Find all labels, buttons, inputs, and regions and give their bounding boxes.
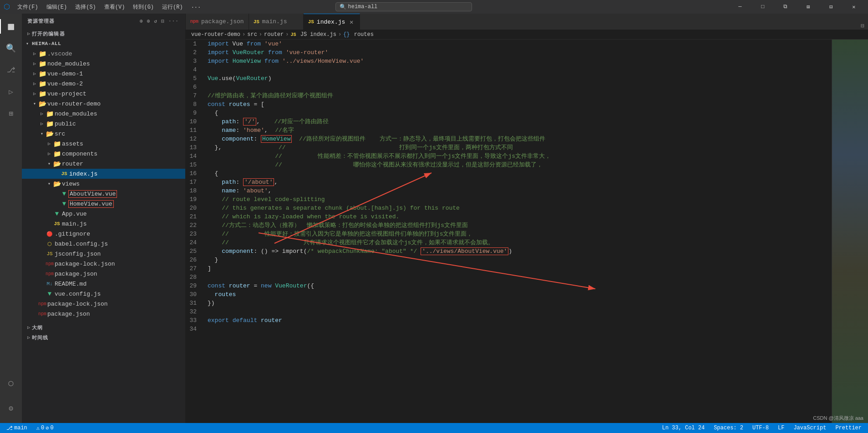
tree-item-vue-router-demo[interactable]: ▾ 📂 vue-router-demo bbox=[22, 99, 185, 109]
tree-item-node-modules[interactable]: ▷ 📁 node_modules bbox=[22, 59, 185, 69]
tree-item-vue-demo-2[interactable]: ▷ 📁 vue-demo-2 bbox=[22, 79, 185, 89]
menu-file[interactable]: 文件(F) bbox=[14, 2, 42, 12]
tree-item-node-modules-2[interactable]: ▷ 📁 node_modules bbox=[22, 109, 185, 119]
folder-arrow-icon: ▷ bbox=[31, 81, 38, 86]
tree-item-src[interactable]: ▾ 📂 src bbox=[22, 129, 185, 139]
activity-run[interactable]: ▷ bbox=[0, 81, 22, 103]
breadcrumb-sep-1: › bbox=[242, 31, 245, 38]
restore-button[interactable]: ⧉ bbox=[775, 0, 796, 14]
tree-item-root-package-lock[interactable]: npm package-lock.json bbox=[22, 299, 185, 309]
tree-item-views[interactable]: ▾ 📂 views bbox=[22, 179, 185, 189]
language-mode[interactable]: JavaScript bbox=[792, 425, 828, 431]
tree-item-components[interactable]: ▷ 📁 components bbox=[22, 149, 185, 159]
new-folder-button[interactable]: ⊕ bbox=[146, 17, 152, 25]
new-file-button[interactable]: ⊕ bbox=[139, 17, 144, 25]
activity-extensions[interactable]: ⊞ bbox=[0, 103, 22, 125]
layout-button[interactable]: ⊞ bbox=[798, 0, 819, 14]
tree-item-gitignore[interactable]: 🔴 .gitignore bbox=[22, 229, 185, 239]
tree-item-readme[interactable]: M↓ README.md bbox=[22, 279, 185, 289]
tree-item-vue-project[interactable]: ▷ 📁 vue-project bbox=[22, 89, 185, 99]
breadcrumb-item-3[interactable]: router bbox=[264, 31, 284, 38]
formatter[interactable]: Prettier bbox=[833, 425, 863, 431]
tree-item-assets[interactable]: ▷ 📁 assets bbox=[22, 139, 185, 149]
tree-item-app-vue[interactable]: ▼ App.vue bbox=[22, 209, 185, 219]
breadcrumb-item-2[interactable]: src bbox=[247, 31, 257, 38]
gitignore-label: .gitignore bbox=[54, 231, 90, 237]
git-icon: ⎇ bbox=[6, 425, 13, 432]
tree-item-jsconfig[interactable]: JS jsconfig.json bbox=[22, 249, 185, 259]
open-editors-section[interactable]: ▷ 打开的编辑器 bbox=[22, 29, 185, 39]
tree-item-vue-config[interactable]: ▼ vue.config.js bbox=[22, 289, 185, 299]
tab-index-js[interactable]: JS index.js ✕ bbox=[304, 14, 360, 30]
tree-item-babel[interactable]: ⬡ babel.config.js bbox=[22, 239, 185, 249]
root-package-label: package.json bbox=[46, 311, 90, 317]
maximize-button[interactable]: □ bbox=[752, 0, 773, 14]
tree-item-index-js[interactable]: JS index.js bbox=[22, 169, 185, 179]
activity-git[interactable]: ⎇ bbox=[0, 59, 22, 81]
tree-item-vscode[interactable]: ▷ 📁 .vscode bbox=[22, 49, 185, 59]
tab-close-button[interactable]: ✕ bbox=[348, 18, 355, 25]
vue-project-label: vue-project bbox=[46, 91, 86, 97]
code-line: }, // 打到同一个js文件里面，两种打包方式不同 bbox=[208, 143, 832, 152]
code-line: component: HomeView //路径所对应的视图组件 方式一：静态导… bbox=[208, 135, 832, 143]
folder-open-icon: 📂 bbox=[46, 130, 54, 138]
code-line: // 性能稍差：不管你视图展示不展示都打入到同一个js文件里面，导致这个js文件… bbox=[208, 152, 832, 161]
folder-open-icon: 📂 bbox=[53, 180, 61, 188]
tab-package-json[interactable]: npm package.json bbox=[186, 14, 249, 30]
tab-main-js[interactable]: JS main.js bbox=[249, 14, 304, 30]
code-line: // route level code-splitting bbox=[208, 195, 832, 204]
sidebar: 资源管理器 ⊕ ⊕ ↺ ⊟ ··· ▷ 打开的编辑器 ▾ HEIMA-ALL bbox=[22, 14, 186, 423]
menu-goto[interactable]: 转到(G) bbox=[129, 2, 157, 12]
activity-explorer[interactable]: ▦ bbox=[0, 15, 22, 37]
index-js-label: index.js bbox=[68, 171, 97, 177]
line-number: 14 bbox=[189, 152, 200, 161]
cursor-position[interactable]: Ln 33, Col 24 bbox=[660, 425, 707, 431]
breadcrumb-item-5[interactable]: {} routes bbox=[343, 31, 374, 38]
tree-item-main-js[interactable]: JS main.js bbox=[22, 219, 185, 229]
tree-item-root-package[interactable]: npm package.json bbox=[22, 309, 185, 319]
error-count[interactable]: ⚠ 0 ⊘ 0 bbox=[35, 425, 56, 432]
spaces-setting[interactable]: Spaces: 2 bbox=[712, 425, 745, 431]
root-folder[interactable]: ▾ HEIMA-ALL bbox=[22, 39, 185, 49]
line-ending[interactable]: LF bbox=[776, 425, 786, 431]
encoding[interactable]: UTF-8 bbox=[751, 425, 771, 431]
code-editor[interactable]: 1234567891011121314151617181920212223242… bbox=[186, 40, 868, 423]
npm-icon: npm bbox=[38, 302, 46, 307]
minimap[interactable] bbox=[832, 40, 868, 423]
breadcrumb-item-1[interactable]: vue-router-demo bbox=[191, 31, 240, 38]
minimize-button[interactable]: ─ bbox=[730, 0, 751, 14]
code-content[interactable]: import Vue from 'vue'import VueRouter fr… bbox=[204, 40, 832, 423]
line-number: 32 bbox=[189, 307, 200, 316]
tree-item-router[interactable]: ▾ 📂 router bbox=[22, 159, 185, 169]
activity-search[interactable]: 🔍 bbox=[0, 37, 22, 59]
git-branch[interactable]: ⎇ main bbox=[5, 425, 29, 432]
activity-settings[interactable]: ⚙ bbox=[0, 398, 22, 419]
run-debug-icon: ▷ bbox=[9, 87, 13, 96]
tree-item-about-view[interactable]: ▼ AboutView.vue bbox=[22, 189, 185, 199]
breadcrumb-item-4[interactable]: JS JS index.js bbox=[290, 31, 336, 38]
code-line bbox=[208, 273, 832, 282]
collapse-all-button[interactable]: ⊟ bbox=[160, 17, 166, 25]
menu-more[interactable]: ... bbox=[188, 2, 205, 12]
tree-item-package[interactable]: npm package.json bbox=[22, 269, 185, 279]
tree-item-package-lock[interactable]: npm package-lock.json bbox=[22, 259, 185, 269]
tab-package-json-label: package.json bbox=[201, 18, 244, 25]
refresh-button[interactable]: ↺ bbox=[153, 17, 158, 25]
activity-account[interactable]: ◯ bbox=[0, 372, 22, 394]
tree-item-vue-demo-1[interactable]: ▷ 📁 vue-demo-1 bbox=[22, 69, 185, 79]
split-button[interactable]: ⊟ bbox=[821, 0, 842, 14]
global-search[interactable]: 🔍 heima-all bbox=[335, 2, 472, 11]
menu-edit[interactable]: 编辑(E) bbox=[43, 2, 71, 12]
menu-run[interactable]: 运行(R) bbox=[158, 2, 187, 12]
tree-item-home-view[interactable]: ▼ HomeView.vue bbox=[22, 199, 185, 209]
editor-layout-button[interactable]: ⊟ bbox=[857, 22, 868, 30]
menu-select[interactable]: 选择(S) bbox=[71, 2, 100, 12]
menu-view[interactable]: 查看(V) bbox=[101, 2, 129, 12]
close-button[interactable]: ✕ bbox=[843, 0, 864, 14]
more-actions-button[interactable]: ··· bbox=[168, 17, 180, 25]
timeline-section[interactable]: ▷ 时间线 bbox=[22, 332, 185, 342]
tree-item-public[interactable]: ▷ 📁 public bbox=[22, 119, 185, 129]
outline-section[interactable]: ▷ 大纲 bbox=[22, 322, 185, 332]
file-tree: ▷ 打开的编辑器 ▾ HEIMA-ALL ▷ 📁 .vscode ▷ 📁 nod… bbox=[22, 29, 185, 423]
formatter-text: Prettier bbox=[835, 425, 862, 431]
